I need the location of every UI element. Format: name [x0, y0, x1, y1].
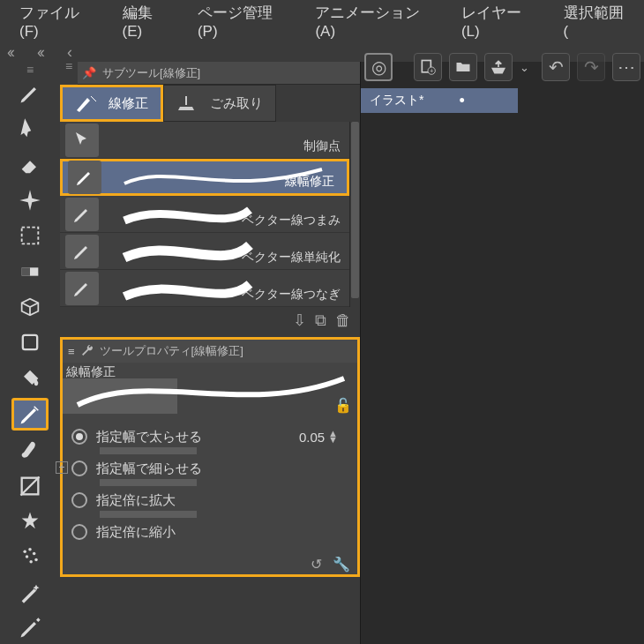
option-thicken[interactable]: 指定幅で太らせる 0.05▲▼: [71, 421, 348, 453]
menu-animation[interactable]: アニメーション(A): [301, 0, 447, 46]
pen-icon: [68, 161, 101, 194]
property-options: 指定幅で太らせる 0.05▲▼ + 指定幅で細らせる 指定倍に拡大: [63, 416, 357, 553]
star-tool[interactable]: [11, 505, 49, 537]
reset-icon[interactable]: ↺: [311, 556, 322, 573]
option-scale-down[interactable]: 指定倍に縮小: [71, 516, 348, 548]
menu-edit[interactable]: 編集(E): [109, 0, 183, 46]
eraser-tool[interactable]: [11, 149, 49, 181]
lock-icon[interactable]: 🔓: [334, 397, 352, 414]
subtool-label: ベクター線つまみ: [242, 213, 341, 228]
document-tab-label: イラスト*: [370, 93, 423, 109]
tab-dust-cleaner[interactable]: ごみ取り: [163, 85, 276, 122]
open-folder-icon[interactable]: [449, 53, 477, 81]
brush-tool[interactable]: [11, 434, 49, 466]
pen-icon: [65, 198, 99, 231]
move-tool[interactable]: [11, 113, 49, 145]
spray-tool[interactable]: [11, 541, 49, 573]
line-correct-icon: [75, 94, 100, 113]
svg-rect-0: [22, 228, 39, 244]
subtool-footer: ⇩ ⧉ 🗑: [60, 307, 360, 333]
menu-bar: ファイル(F) 編集(E) ページ管理(P) アニメーション(A) レイヤー(L…: [0, 0, 644, 42]
menu-file[interactable]: ファイル(F): [5, 0, 109, 46]
tab-dust-label: ごみ取り: [210, 95, 263, 112]
chevron-down-icon[interactable]: ⌄: [520, 61, 529, 74]
collapse-chevron-2[interactable]: ‹‹: [37, 43, 42, 62]
svg-point-10: [34, 558, 38, 562]
subtool-vector-pinch[interactable]: ベクター線つまみ: [60, 196, 349, 233]
subtool-line-width[interactable]: 線幅修正: [60, 159, 349, 196]
menu-select[interactable]: 選択範囲(: [550, 0, 639, 46]
duplicate-icon[interactable]: ⧉: [315, 311, 326, 330]
width-value[interactable]: 0.05▲▼: [299, 430, 338, 445]
option-scale-up[interactable]: 指定倍に拡大: [71, 484, 348, 516]
svg-point-7: [28, 548, 32, 551]
pen-tool[interactable]: [11, 78, 49, 109]
pin-icon[interactable]: 📌: [81, 65, 97, 81]
tab-line-correct[interactable]: 線修正: [60, 85, 163, 122]
subtool-control-point[interactable]: 制御点: [60, 122, 349, 159]
edit-tool[interactable]: [11, 612, 49, 644]
svg-line-5: [21, 476, 40, 495]
stepper-icon[interactable]: ▲▼: [328, 431, 338, 443]
tool-property-header: ≡ ツールプロパティ[線幅修正]: [63, 340, 357, 363]
redo-icon[interactable]: ↷: [577, 53, 605, 81]
trash-icon[interactable]: 🗑: [335, 311, 351, 330]
document-tab[interactable]: イラスト* •: [361, 88, 518, 113]
shape-tool[interactable]: [11, 326, 49, 358]
bucket-tool[interactable]: [11, 363, 49, 394]
radio-icon[interactable]: [71, 524, 87, 540]
drag-handle-icon[interactable]: ≡: [11, 65, 49, 74]
subtool-label: ベクター線つなぎ: [242, 287, 341, 303]
undo-icon[interactable]: ↶: [542, 53, 570, 81]
settings-icon[interactable]: 🔧: [333, 556, 350, 573]
menu-layer[interactable]: レイヤー(L): [447, 0, 550, 46]
quick-toolbar: ◎ + ⌄ ↶ ↷ ⋯: [364, 49, 640, 85]
dustpan-icon: [176, 94, 201, 113]
radio-icon[interactable]: [71, 461, 87, 476]
subtool-label: 線幅修正: [285, 174, 334, 190]
pen-icon: [65, 235, 99, 268]
drag-handle-icon[interactable]: ≡: [60, 62, 78, 71]
pen-icon: [65, 272, 99, 305]
subtool-panel-header: 📌 サブツール[線修正]: [78, 62, 360, 85]
drag-handle-icon[interactable]: ≡: [68, 345, 75, 358]
new-doc-icon[interactable]: +: [414, 53, 442, 81]
wrench-icon: [80, 343, 94, 360]
more-icon[interactable]: ⋯: [612, 53, 640, 81]
subtool-tab-row: 線修正 ごみ取り: [60, 85, 360, 122]
subtool-label: ベクター線単純化: [242, 250, 341, 266]
svg-point-11: [29, 560, 32, 564]
cursor-arrow-icon: [65, 124, 99, 157]
gradient-tool[interactable]: [11, 256, 49, 288]
spiral-icon[interactable]: ◎: [364, 53, 393, 81]
radio-icon[interactable]: [71, 492, 87, 508]
option-label: 指定倍に拡大: [96, 492, 176, 509]
save-icon[interactable]: [484, 53, 513, 81]
subtool-vector-join[interactable]: ベクター線つなぎ: [60, 270, 349, 307]
option-thin[interactable]: + 指定幅で細らせる: [71, 453, 348, 484]
option-label: 指定幅で細らせる: [96, 461, 202, 477]
line-correct-tool[interactable]: [11, 398, 49, 431]
option-label: 指定幅で太らせる: [96, 429, 202, 446]
marquee-tool[interactable]: [11, 220, 49, 251]
wand-tool[interactable]: [11, 576, 49, 608]
svg-point-9: [26, 555, 29, 558]
svg-rect-3: [23, 335, 37, 349]
subtool-vector-simplify[interactable]: ベクター線単純化: [60, 233, 349, 270]
frame-tool[interactable]: [11, 469, 49, 501]
svg-rect-2: [22, 267, 30, 275]
sparkle-tool[interactable]: [11, 184, 49, 216]
option-label: 指定倍に縮小: [96, 524, 176, 541]
radio-icon[interactable]: [71, 429, 87, 445]
unsaved-dot-icon: •: [459, 92, 464, 110]
svg-point-8: [33, 552, 36, 556]
3d-tool[interactable]: [11, 291, 49, 323]
subtool-panel-title: サブツール[線修正]: [102, 65, 200, 81]
collapse-chevron-1[interactable]: ‹‹: [7, 43, 12, 62]
tool-property-preview: 線幅修正 🔓: [63, 363, 357, 416]
subtool-label: 制御点: [303, 139, 341, 154]
menu-page[interactable]: ページ管理(P): [183, 0, 301, 46]
subtool-scrollbar[interactable]: [349, 122, 360, 307]
expand-plus-icon[interactable]: +: [56, 461, 68, 474]
import-icon[interactable]: ⇩: [293, 311, 306, 330]
